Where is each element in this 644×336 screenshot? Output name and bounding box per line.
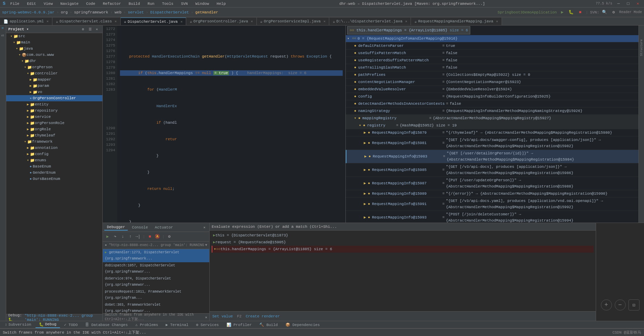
panel-close[interactable]: ✕ [93, 26, 100, 33]
minimize-btn[interactable]: ─ [615, 0, 622, 7]
tab-database-changes[interactable]: 🗄 Database Changes [82, 322, 131, 328]
menu-tools[interactable]: Tools [159, 1, 176, 7]
tree-orgperson[interactable]: ▾ 📁 orgPerson [6, 64, 102, 70]
tree-orgrole[interactable]: ▶ 📁 orgRole [6, 126, 102, 132]
menu-view[interactable]: View [41, 1, 56, 7]
breadcrumb-springframework[interactable]: springframework [74, 10, 108, 14]
tab-dispatcherservlet-class[interactable]: ☕ DispatcherServlet.class ✕ [52, 18, 120, 25]
tab-orgpersoncontroller[interactable]: ☕ OrgPersonController.java ✕ [186, 18, 256, 25]
create-renderer-btn[interactable]: Create renderer [246, 314, 280, 318]
code-editor[interactable]: 1272 1273 1274 1275 1276 1277 1278 1279 … [103, 26, 345, 223]
zoom-in-btn[interactable]: + [601, 299, 612, 310]
tab-dispatcherservlet-dhr[interactable]: ☕ D:\...\DispatcherServlet.java ✕ [329, 18, 411, 25]
var-row-mappingregistry[interactable]: ▾ ● mappingRegistry = {AbstractHandlerMe… [346, 115, 638, 122]
var-row-config[interactable]: ● config = {RequestMappingInfoBuilderCon… [346, 93, 638, 100]
frame-dodispatch[interactable]: doDispatch:1057, DispatcherServlet {org.… [103, 262, 209, 275]
var-row-handlermappings[interactable]: ▾ ○○ 0 = {RequestMappingInfoHandlerMappi… [346, 35, 638, 42]
tree-genderenum[interactable]: ● GenderEnum [6, 170, 102, 176]
structure-side-icon[interactable]: Structure [640, 39, 643, 56]
tree-oursbaseenum[interactable]: ● OursBaseEnum [6, 176, 102, 182]
tab-build[interactable]: 🔨 Build [256, 322, 281, 328]
menu-refactor[interactable]: Refactor [100, 1, 124, 7]
panel-gear[interactable]: ⚙ [80, 26, 87, 33]
step-out-btn[interactable]: ↑ [127, 233, 134, 240]
tab-subversion[interactable]: ↕ Subversion [1, 322, 35, 327]
search-btn[interactable]: 🔍 [601, 9, 608, 16]
stop-btn[interactable]: ■ [577, 9, 584, 16]
tree-enums[interactable]: ▾ 📁 enums [6, 157, 102, 163]
tree-mapper[interactable]: ▶ 📁 mapper [6, 77, 102, 83]
maximize-btn[interactable]: □ [625, 0, 632, 7]
debug-btn[interactable]: 🐛 [568, 9, 575, 16]
filter-icon[interactable]: ▼ [205, 243, 207, 247]
zoom-out-btn[interactable]: − [615, 299, 626, 310]
tab-todo[interactable]: ✓ TODO [61, 322, 81, 328]
menu-navigate[interactable]: Navigate [58, 1, 81, 7]
frame-processrequest[interactable]: processRequest:1011, FrameworkServlet {o… [103, 288, 209, 302]
var-row-reg-apidocs[interactable]: ▶ ● RequestMappingInfo@15985 = "{GET [/v… [346, 163, 638, 177]
tree-src[interactable]: ▾ 📁 src [6, 33, 102, 39]
menu-run[interactable]: Run [145, 1, 157, 7]
tab-profiler[interactable]: 📊 Profiler [223, 322, 255, 328]
run-config[interactable]: Springboot3DemoApplication [497, 10, 557, 14]
tree-repository[interactable]: ▶ 📁 repository [6, 108, 102, 114]
settings-debug-btn[interactable]: ⚙ [166, 233, 173, 240]
tree-orgpersoncontroller[interactable]: ● OrgPersonController [6, 95, 102, 101]
var-row-reg-thymeleaf[interactable]: ▶ ● RequestMappingInfo@15879 = "{/thymel… [346, 129, 638, 136]
run-btn[interactable]: ▶ [559, 9, 566, 16]
tree-java[interactable]: ▾ 📁 java [6, 45, 102, 52]
tree-main[interactable]: ▾ 📁 main [6, 39, 102, 45]
var-row-contentnegotiationmanager[interactable]: ● contentNegotiationManager = {ContentNe… [346, 79, 638, 86]
menu-svn[interactable]: SVN [178, 1, 191, 7]
reader-mode-btn[interactable]: Reader Mode [619, 10, 642, 14]
var-row-embeddedvalueresolver[interactable]: ● embeddedValueResolver = {EmbeddedValue… [346, 86, 638, 93]
var-row-useregisteredsuffixpatternmatch[interactable]: ● useRegisteredSuffixPatternMatch = fals… [346, 57, 638, 64]
tab-console[interactable]: Console [129, 225, 151, 230]
frame-doget[interactable]: doGet:303, FrameworkServlet {org.springf… [103, 302, 209, 313]
tab-terminal[interactable]: ▶ Terminal [162, 322, 192, 328]
structure-icon[interactable]: S [1, 34, 5, 37]
eval-row-request[interactable]: ▶ request = {RequestFacade@15905} [212, 239, 594, 246]
resume-btn[interactable]: ▶ [104, 233, 111, 240]
frame-doservice[interactable]: doService:974, DispatcherServlet {org.sp… [103, 275, 209, 288]
tree-orgpersonrole[interactable]: ▶ 📁 orgPersonRole [6, 120, 102, 126]
tab-debugger[interactable]: Debugger [104, 224, 128, 231]
tab-actuator[interactable]: Actuator [152, 225, 176, 230]
window-controls[interactable]: 77.5 k/s ─ □ ✕ [596, 0, 641, 7]
breadcrumb-web[interactable]: web [115, 10, 122, 14]
var-row-detecthandlermethods[interactable]: ● detectHandlerMethodsInAncestorContexts… [346, 100, 638, 108]
tab-dependencies[interactable]: 📦 Dependencies [282, 322, 323, 328]
eval-row-this[interactable]: ▶ this = {DispatcherServlet@11873} [212, 232, 594, 239]
tree-annotation[interactable]: ▶ 📁 annotation [6, 145, 102, 151]
tree-baseenum[interactable]: ● BaseEnum [6, 163, 102, 170]
tree-service[interactable]: ▶ 📁 service [6, 114, 102, 120]
var-row-reg-deletecustomer[interactable]: ▶ ● RequestMappingInfo@15993 = "{POST [/… [346, 211, 638, 223]
settings-btn[interactable]: ⚙ [610, 9, 617, 16]
tree-com-ours-www[interactable]: ▾ 📦 com.ours.www [6, 52, 102, 58]
eval-row-handlermappings[interactable]: ▾ ○○ this.handlerMappings = {ArrayList@1… [212, 246, 594, 253]
menu-build[interactable]: Build [126, 1, 143, 7]
menu-window[interactable]: Window [193, 1, 212, 7]
var-row-pathprefixes[interactable]: ● pathPrefixes = {Collections$EmptyMap@1… [346, 71, 638, 79]
code-content[interactable]: protected HandlerExecutionChain getHandl… [117, 26, 345, 223]
close-btn[interactable]: ✕ [634, 0, 641, 7]
tab-requestmapping[interactable]: ☕ RequestMappingHandlerMapping.java ✕ [411, 18, 502, 25]
code-area[interactable]: 1272 1273 1274 1275 1276 1277 1278 1279 … [103, 26, 345, 223]
var-row-reg-error[interactable]: ▶ ● RequestMappingInfo@15989 = "{/{error… [346, 190, 638, 197]
set-value-btn[interactable]: Set value [212, 314, 233, 318]
var-row-reg-updateorgperson[interactable]: ▶ ● RequestMappingInfo@15987 = "{PUT [/u… [346, 177, 638, 190]
tree-entity[interactable]: ▶ 📁 entity [6, 101, 102, 108]
mute-btn[interactable]: 🔕 [154, 233, 161, 240]
var-row-namingstrategy[interactable]: ● namingStrategy = {RequestMappingInfoHa… [346, 108, 638, 115]
stop-debug-btn[interactable]: ■ [147, 233, 153, 240]
menu-file[interactable]: File [8, 1, 22, 7]
tree-dhr[interactable]: ▾ 📁 dhr [6, 58, 102, 64]
tree-thymeleaf[interactable]: ▶ 📁 thymeleaf [6, 132, 102, 139]
var-row-reg-apidocsyaml[interactable]: ▶ ● RequestMappingInfo@15991 = "{GET [/v… [346, 197, 638, 211]
breadcrumb-servlet[interactable]: servlet [128, 10, 144, 14]
var-row-defaultpatternparser[interactable]: ● defaultPatternParser = true [346, 42, 638, 50]
run-to-cursor-btn[interactable]: →| [134, 233, 141, 240]
tree-controller[interactable]: ▾ 📁 controller [6, 70, 102, 77]
var-row-usetrailingslashmatch[interactable]: ● useTrailingSlashMatch = false [346, 64, 638, 71]
breadcrumb-org[interactable]: org [61, 10, 68, 14]
